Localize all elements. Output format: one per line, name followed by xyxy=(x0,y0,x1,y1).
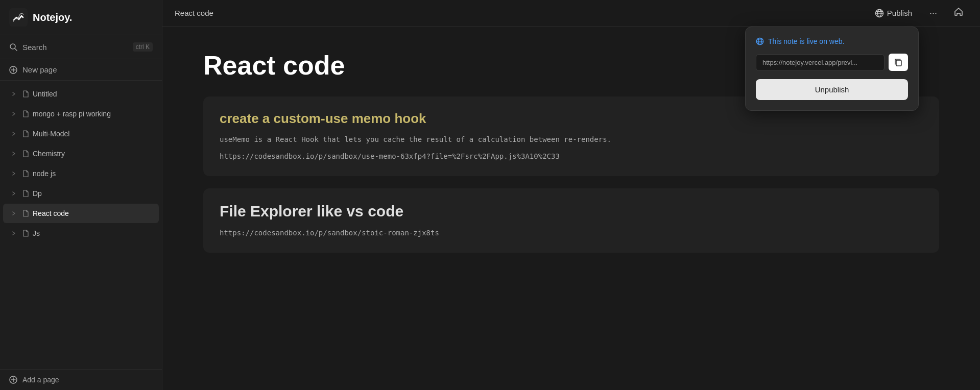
svg-line-1 xyxy=(15,48,17,51)
sidebar-item-multi-model[interactable]: Multi-Model xyxy=(3,124,159,143)
globe-icon xyxy=(875,9,884,18)
dots-icon: ··· xyxy=(929,8,937,18)
chevron-icon xyxy=(9,129,18,138)
block-2-heading: File Explorer like vs code xyxy=(220,203,923,220)
sidebar: Notejoy. Search ctrl K New page xyxy=(0,0,162,390)
search-icon xyxy=(9,43,17,51)
chevron-icon xyxy=(9,169,18,178)
sidebar-item-label: React code xyxy=(33,209,153,217)
page-icon xyxy=(21,209,30,217)
publish-button[interactable]: Publish xyxy=(870,6,917,21)
plus-icon xyxy=(9,66,17,74)
sidebar-item-dp[interactable]: Dp xyxy=(3,184,159,203)
publish-label: Publish xyxy=(887,9,912,17)
chevron-icon xyxy=(9,89,18,99)
sidebar-item-node-js[interactable]: node js xyxy=(3,164,159,183)
popup-live-text: This note is live on web. xyxy=(768,37,844,45)
sidebar-item-label: node js xyxy=(33,169,153,178)
sidebar-item-label: Untitled xyxy=(33,90,153,98)
popup-globe-icon xyxy=(756,37,764,45)
popup-live-row: This note is live on web. xyxy=(756,37,908,45)
home-button[interactable] xyxy=(949,4,968,22)
sidebar-item-untitled[interactable]: Untitled xyxy=(3,84,159,104)
new-page-label: New page xyxy=(22,65,57,74)
page-icon xyxy=(21,189,30,198)
page-icon xyxy=(21,130,30,138)
sidebar-item-react-code[interactable]: React code xyxy=(3,204,159,223)
svg-rect-18 xyxy=(896,60,901,66)
chevron-icon xyxy=(9,189,18,198)
page-title-topbar: React code xyxy=(175,9,213,17)
popup-url-row xyxy=(756,54,908,71)
block-1-heading: create a custom-use memo hook xyxy=(220,111,923,127)
copy-icon xyxy=(894,58,903,67)
more-options-button[interactable]: ··· xyxy=(925,5,941,21)
new-page-button[interactable]: New page xyxy=(0,59,162,81)
chevron-icon xyxy=(9,149,18,158)
sidebar-item-label: mongo + rasp pi working xyxy=(33,110,153,118)
add-icon xyxy=(9,376,17,384)
search-label: Search xyxy=(22,43,47,52)
sidebar-item-chemistry[interactable]: Chemistry xyxy=(3,144,159,163)
block-1-text: useMemo is a React Hook that lets you ca… xyxy=(220,134,923,145)
chevron-icon xyxy=(9,209,18,218)
search-bar[interactable]: Search ctrl K xyxy=(0,35,162,59)
topbar-right: Publish ··· xyxy=(870,4,968,22)
sidebar-item-label: Dp xyxy=(33,189,153,198)
unpublish-button[interactable]: Unpublish xyxy=(756,79,908,100)
sidebar-item-label: Js xyxy=(33,229,153,237)
popup-copy-button[interactable] xyxy=(889,54,908,71)
chevron-icon xyxy=(9,109,18,118)
page-icon xyxy=(21,229,30,237)
add-page-button[interactable]: Add a page xyxy=(0,369,162,390)
home-icon xyxy=(953,7,964,17)
sidebar-item-mongo-rasp[interactable]: mongo + rasp pi working xyxy=(3,104,159,124)
logo-icon xyxy=(9,8,28,27)
main-area: React code Publish ··· xyxy=(162,0,980,390)
page-icon xyxy=(21,110,30,118)
page-icon xyxy=(21,169,30,178)
sidebar-item-label: Chemistry xyxy=(33,150,153,158)
content-block-2: File Explorer like vs code https://codes… xyxy=(203,188,939,253)
block-1-link[interactable]: https://codesandbox.io/p/sandbox/use-mem… xyxy=(220,152,560,160)
logo-area: Notejoy. xyxy=(0,0,162,35)
sidebar-item-label: Multi-Model xyxy=(33,130,153,138)
popup-url-input[interactable] xyxy=(756,54,885,71)
page-icon xyxy=(21,90,30,98)
block-2-link[interactable]: https://codesandbox.io/p/sandbox/stoic-r… xyxy=(220,229,439,237)
sidebar-item-js[interactable]: Js xyxy=(3,224,159,243)
sidebar-items-list: Untitled mongo + rasp pi working xyxy=(0,81,162,369)
search-left: Search xyxy=(9,43,47,52)
app-title: Notejoy. xyxy=(33,12,72,23)
page-icon xyxy=(21,150,30,158)
publish-popup: This note is live on web. Unpublish xyxy=(745,27,919,111)
search-shortcut: ctrl K xyxy=(133,42,153,52)
topbar: React code Publish ··· xyxy=(162,0,980,27)
add-page-label: Add a page xyxy=(22,376,59,384)
chevron-icon xyxy=(9,229,18,238)
